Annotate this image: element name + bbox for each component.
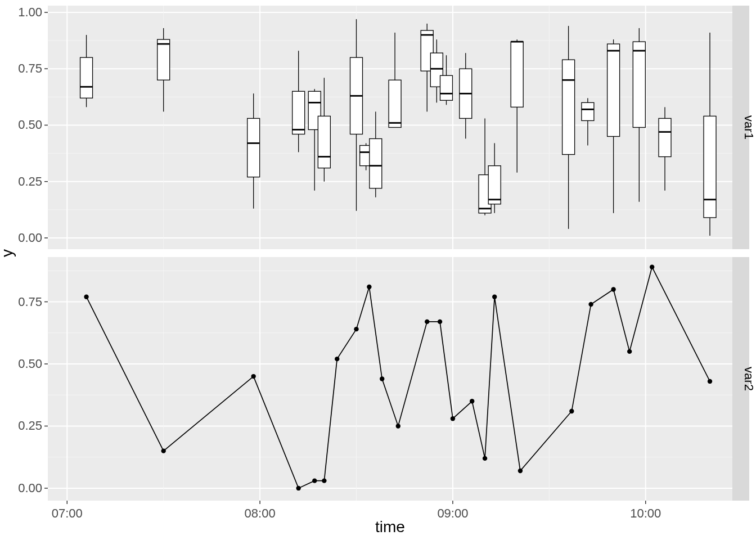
svg-text:0.50: 0.50 [18,118,42,132]
box [582,102,594,120]
data-point [380,376,384,381]
box [511,42,523,107]
data-point [161,448,165,453]
svg-text:07:00: 07:00 [52,506,83,520]
y-axis-title: y [0,249,16,257]
data-point [322,478,326,483]
data-point [708,379,712,384]
svg-text:0.00: 0.00 [18,231,42,245]
data-point [367,285,371,289]
data-point [84,294,88,299]
data-point [588,302,593,307]
data-point [296,486,300,490]
data-point [396,424,400,428]
box [633,42,645,127]
data-point [312,478,317,483]
box [158,39,170,80]
box [488,166,501,204]
data-point [470,399,474,403]
svg-text:10:00: 10:00 [630,506,661,520]
svg-text:09:00: 09:00 [437,506,468,520]
data-point [492,294,497,299]
box [318,116,330,168]
box [370,139,382,188]
data-point [483,456,487,461]
chart-svg: var1var20.000.250.500.751.000.000.250.50… [0,0,756,540]
data-point [650,264,654,269]
svg-text:1.00: 1.00 [18,5,42,19]
data-point [451,416,455,421]
facet-label-2: var2 [742,367,756,391]
box [440,75,452,100]
box [389,80,401,127]
svg-text:0.75: 0.75 [18,61,42,75]
data-point [569,409,574,413]
svg-text:08:00: 08:00 [245,506,276,520]
facet-label-1: var1 [742,115,756,140]
box [562,60,575,154]
data-point [425,320,429,324]
data-point [611,287,615,291]
box [659,118,671,156]
svg-text:0.75: 0.75 [18,295,42,309]
svg-text:0.00: 0.00 [18,481,42,495]
box [80,57,93,98]
data-point [354,327,358,331]
panel-var2 [48,257,732,501]
data-point [518,469,523,473]
box [292,91,305,134]
svg-text:0.50: 0.50 [18,357,42,371]
x-axis-title: time [375,518,405,536]
svg-text:0.25: 0.25 [18,174,42,188]
box [608,44,620,136]
box [704,116,716,217]
faceted-chart: var1var20.000.250.500.751.000.000.250.50… [0,0,756,540]
data-point [627,349,632,354]
data-point [438,320,442,324]
svg-text:0.25: 0.25 [18,418,42,433]
box [248,118,260,177]
data-point [251,374,255,379]
data-point [335,357,339,361]
